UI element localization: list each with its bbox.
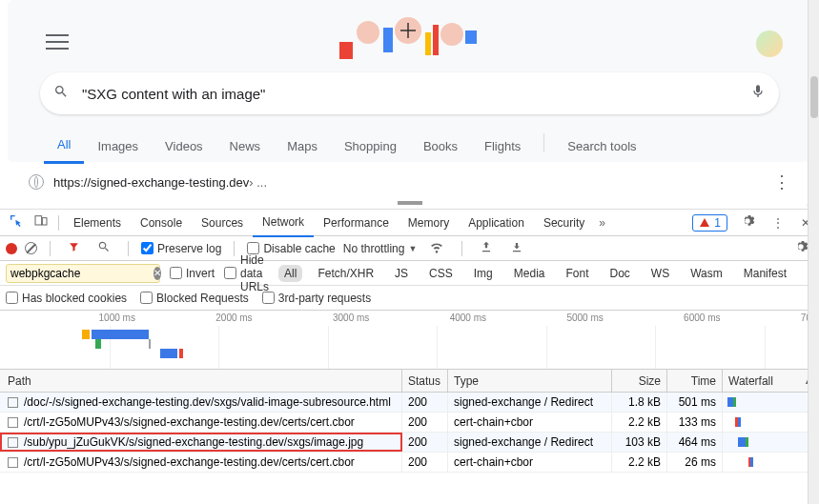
blocked-requests-checkbox[interactable]: Blocked Requests bbox=[140, 292, 249, 305]
devtools-tab-security[interactable]: Security bbox=[534, 210, 594, 236]
filter-type-img[interactable]: Img bbox=[468, 265, 499, 282]
col-path[interactable]: Path bbox=[0, 370, 402, 392]
filter-type-ws[interactable]: WS bbox=[645, 265, 675, 282]
result-suffix: › ... bbox=[249, 175, 267, 190]
row-checkbox[interactable] bbox=[8, 437, 18, 448]
request-path: /doc/-/s/signed-exchange-testing.dev/sxg… bbox=[24, 393, 391, 412]
google-doodle[interactable] bbox=[29, 13, 790, 63]
preserve-log-checkbox[interactable]: Preserve log bbox=[141, 242, 221, 255]
col-size[interactable]: Size bbox=[612, 370, 667, 392]
request-path: /sub/ypu_jZuGukVK/s/signed-exchange-test… bbox=[24, 433, 363, 452]
svg-point-6 bbox=[440, 23, 463, 46]
svg-rect-5 bbox=[433, 25, 439, 55]
table-header: Path Status Type Size Time Waterfall▲ bbox=[0, 370, 819, 393]
filter-input[interactable]: ✕ bbox=[6, 264, 160, 283]
menu-icon[interactable] bbox=[46, 34, 69, 51]
col-type[interactable]: Type bbox=[448, 370, 612, 392]
filter-type-all[interactable]: All bbox=[278, 265, 302, 282]
table-row[interactable]: /sub/ypu_jZuGukVK/s/signed-exchange-test… bbox=[0, 433, 819, 453]
invert-checkbox[interactable]: Invert bbox=[170, 267, 215, 280]
filter-type-wasm[interactable]: Wasm bbox=[685, 265, 728, 282]
browser-content-area: AllImagesVideosNewsMapsShoppingBooksFlig… bbox=[0, 0, 819, 210]
filter-icon[interactable] bbox=[63, 238, 85, 259]
row-checkbox[interactable] bbox=[8, 457, 18, 468]
svg-rect-8 bbox=[35, 216, 42, 225]
devtools-tab-memory[interactable]: Memory bbox=[399, 210, 459, 236]
filter-type-js[interactable]: JS bbox=[389, 265, 414, 282]
record-icon[interactable] bbox=[6, 243, 17, 254]
network-filter-bar: ✕ Invert Hide data URLs AllFetch/XHRJSCS… bbox=[0, 261, 819, 286]
search-result[interactable]: https://signed-exchange-testing.dev › ..… bbox=[0, 162, 819, 202]
mic-icon[interactable] bbox=[750, 84, 766, 103]
table-row[interactable]: /crt/l-zG5oMUPv43/s/signed-exchange-test… bbox=[0, 453, 819, 473]
filter-type-font[interactable]: Font bbox=[560, 265, 594, 282]
errors-badge[interactable]: 1 bbox=[692, 214, 727, 232]
clear-filter-icon[interactable]: ✕ bbox=[154, 267, 161, 280]
filter-type-media[interactable]: Media bbox=[508, 265, 551, 282]
download-har-icon[interactable] bbox=[505, 237, 528, 259]
svg-rect-7 bbox=[465, 30, 477, 44]
search-input[interactable] bbox=[82, 86, 750, 102]
devtools-tab-performance[interactable]: Performance bbox=[314, 210, 399, 236]
filter-type-css[interactable]: CSS bbox=[423, 265, 459, 282]
devtools-tab-application[interactable]: Application bbox=[459, 210, 534, 236]
col-status[interactable]: Status bbox=[402, 370, 448, 392]
devtools-tab-console[interactable]: Console bbox=[131, 210, 192, 236]
tab-images[interactable]: Images bbox=[84, 130, 152, 163]
tab-maps[interactable]: Maps bbox=[274, 130, 331, 163]
tab-news[interactable]: News bbox=[216, 130, 275, 163]
col-waterfall[interactable]: Waterfall▲ bbox=[723, 370, 819, 392]
tab-videos[interactable]: Videos bbox=[152, 130, 216, 163]
network-table: Path Status Type Size Time Waterfall▲ /d… bbox=[0, 370, 819, 504]
col-time[interactable]: Time bbox=[667, 370, 723, 392]
inspect-element-icon[interactable] bbox=[4, 211, 29, 234]
settings-icon[interactable] bbox=[735, 211, 760, 234]
result-url: https://signed-exchange-testing.dev bbox=[53, 175, 249, 190]
search-icon bbox=[53, 84, 69, 103]
request-path: /crt/l-zG5oMUPv43/s/signed-exchange-test… bbox=[24, 453, 355, 472]
globe-icon bbox=[29, 174, 44, 190]
search-tools[interactable]: Search tools bbox=[554, 130, 649, 163]
network-conditions-icon[interactable] bbox=[424, 236, 449, 260]
throttling-select[interactable]: No throttling▼ bbox=[343, 242, 418, 255]
svg-rect-4 bbox=[425, 32, 431, 55]
vertical-scrollbar[interactable] bbox=[808, 0, 819, 504]
devtools-drag-handle[interactable] bbox=[398, 201, 422, 205]
more-vert-icon[interactable]: ⋮ bbox=[773, 171, 790, 192]
waterfall-overview[interactable]: 1000 ms2000 ms3000 ms4000 ms5000 ms6000 … bbox=[0, 311, 819, 370]
devtools-tab-sources[interactable]: Sources bbox=[192, 210, 253, 236]
user-avatar[interactable] bbox=[756, 30, 783, 57]
tab-flights[interactable]: Flights bbox=[471, 130, 534, 163]
search-tabs: AllImagesVideosNewsMapsShoppingBooksFlig… bbox=[29, 114, 790, 164]
svg-rect-0 bbox=[339, 42, 353, 59]
row-checkbox[interactable] bbox=[8, 417, 18, 428]
filter-type-manifest[interactable]: Manifest bbox=[738, 265, 792, 282]
third-party-checkbox[interactable]: 3rd-party requests bbox=[262, 292, 371, 305]
devtools-tab-elements[interactable]: Elements bbox=[64, 210, 131, 236]
clear-icon[interactable] bbox=[25, 242, 37, 254]
devtools-panel: ElementsConsoleSourcesNetworkPerformance… bbox=[0, 210, 819, 504]
search-bar[interactable] bbox=[40, 72, 779, 114]
devtools-tab-network[interactable]: Network bbox=[253, 209, 314, 237]
tab-all[interactable]: All bbox=[44, 128, 84, 164]
search-network-icon[interactable] bbox=[92, 237, 115, 259]
svg-point-1 bbox=[357, 21, 379, 44]
blocked-cookies-checkbox[interactable]: Has blocked cookies bbox=[6, 292, 127, 305]
devtools-tab-strip: ElementsConsoleSourcesNetworkPerformance… bbox=[0, 210, 819, 236]
table-row[interactable]: /crt/l-zG5oMUPv43/s/signed-exchange-test… bbox=[0, 413, 819, 433]
tab-shopping[interactable]: Shopping bbox=[331, 130, 410, 163]
more-tabs-icon[interactable]: » bbox=[594, 213, 610, 232]
svg-rect-9 bbox=[42, 218, 47, 225]
device-toolbar-icon[interactable] bbox=[29, 211, 53, 234]
row-checkbox[interactable] bbox=[8, 397, 18, 408]
network-filter-bar-2: Has blocked cookies Blocked Requests 3rd… bbox=[0, 286, 819, 311]
tab-books[interactable]: Books bbox=[410, 130, 471, 163]
upload-har-icon[interactable] bbox=[475, 237, 498, 259]
network-toolbar: Preserve log Disable cache No throttling… bbox=[0, 236, 819, 261]
svg-rect-2 bbox=[383, 28, 393, 52]
dock-menu-icon[interactable]: ⋮ bbox=[768, 213, 788, 232]
filter-type-fetch-xhr[interactable]: Fetch/XHR bbox=[312, 265, 379, 282]
table-row[interactable]: /doc/-/s/signed-exchange-testing.dev/sxg… bbox=[0, 393, 819, 413]
request-path: /crt/l-zG5oMUPv43/s/signed-exchange-test… bbox=[24, 413, 355, 432]
filter-type-doc[interactable]: Doc bbox=[604, 265, 635, 282]
